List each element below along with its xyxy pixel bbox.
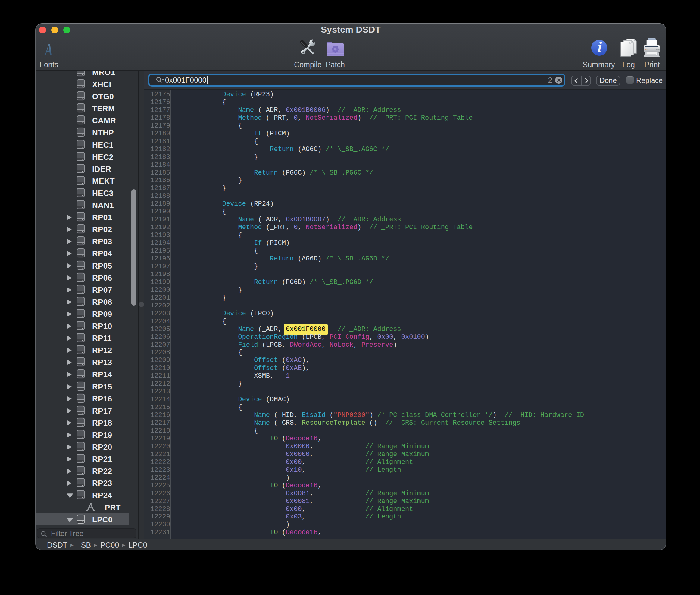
svg-text:i: i [598, 39, 602, 55]
